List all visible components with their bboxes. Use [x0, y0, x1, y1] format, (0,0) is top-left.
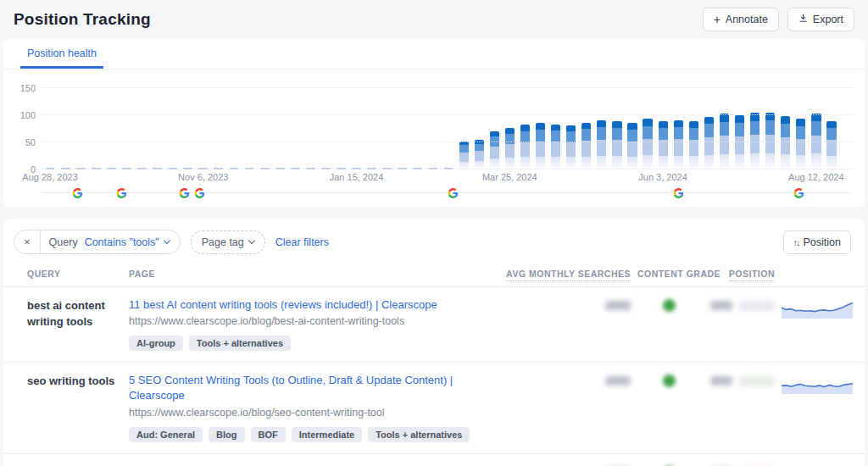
chart-week-slot — [548, 78, 564, 169]
bar-segment-light — [735, 136, 744, 154]
chart-week-slot — [226, 78, 242, 169]
sort-position-button[interactable]: ↑↓ Position — [783, 230, 851, 254]
chart-week-slot — [181, 78, 196, 169]
x-tick-label: Mar 25, 2024 — [482, 172, 537, 182]
bar-segment-pale — [689, 156, 698, 169]
chart-bar[interactable] — [643, 119, 652, 169]
chart-bar[interactable] — [796, 119, 805, 169]
filter-bar: × Query Contains "tools" Page tag Clear … — [3, 219, 865, 264]
chart-bar[interactable] — [459, 141, 469, 169]
chart-week-slot — [809, 78, 824, 169]
chart-week-slot — [716, 78, 732, 169]
bar-segment-pale — [505, 158, 515, 169]
chart-bar[interactable] — [735, 115, 744, 169]
bar-segment-pale — [674, 156, 683, 169]
header-actions: + Annotate Export — [703, 8, 854, 31]
bar-segment-dark — [612, 121, 621, 128]
chart-week-slot — [318, 78, 333, 169]
x-tick-label: Nov 6, 2023 — [178, 172, 228, 182]
page-tag: Tools + alternatives — [368, 427, 470, 442]
chart-bar[interactable] — [689, 121, 698, 169]
avg-searches-redacted — [605, 301, 631, 310]
chart-bar[interactable] — [612, 121, 621, 169]
chart-bar[interactable] — [659, 121, 668, 169]
bar-segment-dark — [505, 128, 515, 134]
bar-segment-mid — [796, 126, 805, 139]
tab-position-health[interactable]: Position health — [20, 38, 103, 69]
bar-segment-pale — [796, 155, 805, 169]
tag-list: AI-groupTools + alternatives — [129, 336, 504, 351]
chart-bar[interactable] — [581, 123, 591, 169]
chart-week-slot — [410, 78, 426, 169]
page-tag-filter[interactable]: Page tag — [191, 230, 265, 254]
bar-segment-light — [765, 135, 775, 153]
chart-bar[interactable] — [704, 117, 714, 169]
bar-segment-mid — [597, 127, 606, 139]
col-position[interactable]: POSITION — [707, 269, 775, 279]
x-tick-label: Aug 12, 2024 — [788, 172, 843, 182]
chart-plot — [42, 78, 854, 169]
bar-segment-light — [704, 137, 714, 155]
sort-arrows-icon: ↑↓ — [793, 237, 799, 247]
page-tag: Blog — [209, 427, 244, 442]
bar-segment-pale — [811, 153, 821, 169]
google-update-icon[interactable] — [179, 187, 190, 198]
bar-segment-dark — [536, 123, 545, 130]
google-update-icon[interactable] — [116, 187, 127, 198]
bar-segment-dark — [689, 121, 698, 128]
page-cell: 5 SEO Content Writing Tools (to Outline,… — [129, 373, 504, 441]
query-filter-value[interactable]: Contains "tools" — [83, 231, 180, 253]
page-cell: 11 best AI content writing tools (review… — [129, 297, 504, 351]
chart-week-slot — [287, 78, 303, 169]
gridline-150 — [42, 87, 854, 88]
col-content-grade: CONTENT GRADE — [631, 269, 707, 279]
table-body: best ai content writing tools11 best AI … — [3, 287, 865, 466]
export-button[interactable]: Export — [787, 8, 854, 31]
remove-filter-icon[interactable]: × — [14, 230, 41, 253]
chart-bar[interactable] — [597, 120, 606, 169]
chart-week-slot — [471, 78, 487, 169]
chart-bar[interactable] — [781, 116, 790, 169]
tag-list: Aud: GeneralBlogBOFIntermediateTools + a… — [129, 427, 504, 442]
chart-bar[interactable] — [627, 123, 637, 169]
bar-segment-light — [459, 153, 469, 162]
chart-bar[interactable] — [520, 125, 530, 169]
google-update-icon[interactable] — [448, 187, 459, 198]
chart-bar[interactable] — [826, 121, 836, 169]
bar-segment-dark — [566, 125, 576, 131]
chart-week-slot — [395, 78, 410, 169]
clear-filters-link[interactable]: Clear filters — [275, 236, 329, 248]
chart-bar[interactable] — [505, 128, 515, 169]
chart-week-slot — [134, 78, 149, 169]
chart-week-slot — [625, 78, 640, 169]
chart-bar[interactable] — [566, 125, 576, 169]
chart-week-slot — [748, 78, 763, 169]
bar-segment-dark — [581, 123, 591, 130]
chart-bar[interactable] — [536, 123, 545, 169]
google-update-icon[interactable] — [72, 187, 83, 198]
google-update-icon[interactable] — [793, 187, 804, 198]
annotate-button[interactable]: + Annotate — [703, 8, 779, 31]
col-avg-monthly-searches[interactable]: AVG MONTHLY SEARCHES — [504, 269, 631, 279]
bar-segment-dark — [781, 116, 790, 124]
chart-bar[interactable] — [551, 125, 560, 169]
chart-bar[interactable] — [475, 140, 484, 169]
bar-segment-pale — [781, 154, 790, 169]
chart-bar[interactable] — [674, 120, 683, 170]
google-update-icon[interactable] — [194, 187, 205, 198]
google-update-icon[interactable] — [673, 187, 684, 198]
page-title: Position Tracking — [14, 10, 151, 29]
bar-segment-pale — [520, 157, 530, 169]
page-link[interactable]: 11 best AI content writing tools (review… — [129, 297, 504, 313]
chart-week-slot — [303, 78, 318, 169]
bar-segment-dark — [704, 117, 714, 125]
avg-searches-redacted — [605, 376, 631, 386]
chart-week-slot — [824, 78, 839, 169]
table-row: best ai content writing tools11 best AI … — [3, 287, 865, 363]
chart-week-slot — [456, 78, 471, 169]
chart-week-slot — [150, 78, 165, 169]
chart-week-slot — [732, 78, 748, 169]
page-link[interactable]: 5 SEO Content Writing Tools (to Outline,… — [129, 373, 504, 403]
chart-bar[interactable] — [490, 131, 499, 169]
position-change-redacted — [739, 376, 775, 386]
